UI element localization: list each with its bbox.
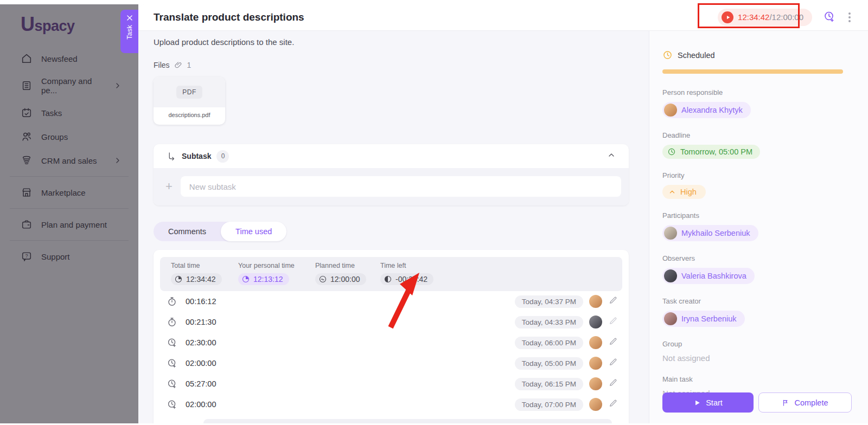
app-screen: Uspacy Newsfeed Company and pe... Tasks … (0, 0, 868, 425)
field-label: Group (662, 340, 852, 348)
entry-duration: 05:27:00 (186, 379, 216, 388)
avatar (589, 377, 602, 390)
task-modal: Task Translate product descriptions 12:3… (138, 4, 868, 423)
kebab-menu-icon[interactable] (846, 10, 853, 24)
field-label: Priority (662, 171, 852, 179)
field-person-responsible: Person responsible Alexandra Khytyk (662, 88, 852, 119)
group-value: Not assigned (662, 353, 852, 363)
time-entry-row: 02:00:00 Today, 05:00 PM (160, 353, 622, 374)
field-task-creator: Task creator Iryna Serbeniuk (662, 297, 852, 327)
time-left-value: -00:34:42 (380, 273, 433, 285)
clock-half-icon (384, 275, 392, 284)
planned-time-label: Planned time (315, 262, 380, 269)
edit-pencil-icon[interactable] (608, 295, 618, 307)
avatar (589, 336, 602, 349)
field-label: Main task (662, 375, 852, 383)
subtask-title: Subtask (182, 152, 211, 160)
field-label: Task creator (662, 297, 852, 305)
clock-pie-icon (241, 275, 250, 284)
add-subtask-icon[interactable]: + (165, 181, 173, 192)
stopwatch-icon (167, 296, 177, 307)
time-entry-row: 00:21:30 Today, 04:33 PM (160, 312, 622, 332)
subtask-icon (167, 151, 176, 161)
entry-duration: 00:16:12 (186, 297, 216, 306)
total-time-value: 12:34:42 (171, 273, 222, 285)
entry-duration: 02:30:00 (186, 338, 216, 347)
timer-pill[interactable]: 12:34:42/12:00:00 (718, 9, 812, 26)
time-entry-row: 02:30:00 Today, 06:00 PM (160, 332, 622, 353)
record-time-input[interactable] (203, 419, 612, 423)
personal-time-label: Your personal time (238, 262, 315, 269)
comments-timeused-tabs: Comments Time used (154, 222, 286, 241)
avatar (589, 315, 602, 329)
field-priority: Priority High (662, 171, 852, 199)
field-label: Person responsible (662, 88, 852, 96)
edit-pencil-icon[interactable] (608, 378, 618, 390)
field-label: Deadline (662, 131, 852, 139)
time-left-label: Time left (380, 262, 618, 269)
person-pill[interactable]: Alexandra Khytyk (662, 102, 751, 118)
entry-duration: 02:00:00 (186, 359, 216, 368)
entry-timestamp: Today, 06:00 PM (515, 337, 583, 349)
task-description: Upload product descriptions to the site. (154, 37, 649, 47)
avatar (589, 398, 602, 411)
edit-pencil-icon[interactable] (608, 357, 618, 369)
file-name: descriptions.pdf (154, 107, 225, 125)
person-pill[interactable]: Mykhailo Serbeniuk (662, 225, 758, 241)
status-badge: Scheduled (678, 51, 715, 60)
time-entry-row: 05:27:00 Today, 06:15 PM (160, 374, 622, 394)
field-observers: Observers Valeria Bashkirova (662, 254, 852, 285)
entry-duration: 00:21:30 (186, 318, 216, 326)
modal-header: Translate product descriptions 12:34:42/… (138, 4, 868, 31)
close-icon[interactable] (126, 14, 133, 22)
file-attachment-card[interactable]: PDF descriptions.pdf (154, 77, 225, 125)
files-label: Files (154, 61, 170, 69)
paperclip-icon (174, 61, 183, 69)
file-type-badge: PDF (176, 86, 202, 99)
entry-timestamp: Today, 05:00 PM (515, 357, 583, 370)
time-used-panel: Total time 12:34:42 Your personal time 1… (154, 250, 629, 423)
avatar (664, 269, 677, 282)
entry-duration: 02:00:00 (186, 400, 216, 409)
field-group: Group Not assigned (662, 340, 852, 363)
timer-planned: 12:00:00 (772, 12, 803, 22)
priority-pill[interactable]: High (662, 185, 706, 199)
person-pill[interactable]: Iryna Serbeniuk (662, 311, 745, 327)
clock-plus-icon (167, 358, 177, 369)
deadline-pill[interactable]: Tomorrow, 05:00 PM (662, 145, 760, 159)
chevron-up-icon (668, 188, 676, 196)
play-icon[interactable] (722, 11, 733, 23)
field-label: Participants (662, 211, 852, 220)
clock-plus-icon (167, 337, 177, 348)
task-tab[interactable]: Task (120, 10, 138, 53)
entry-timestamp: Today, 06:15 PM (515, 378, 583, 390)
edit-pencil-icon[interactable] (608, 398, 618, 410)
chevron-up-icon[interactable] (607, 151, 616, 162)
avatar (664, 312, 677, 325)
personal-time-value: 12:13:12 (238, 273, 289, 285)
task-details-panel: Scheduled Person responsible Alexandra K… (649, 31, 868, 423)
files-count: 1 (187, 61, 192, 69)
time-entry-row: 00:16:12 Today, 04:37 PM (160, 291, 622, 312)
edit-pencil-icon[interactable] (608, 316, 618, 328)
task-main-column: Upload product descriptions to the site.… (138, 31, 649, 423)
avatar (664, 104, 677, 117)
clock-icon (667, 147, 676, 156)
avatar (589, 357, 602, 370)
flag-icon (782, 399, 789, 407)
tab-time-used[interactable]: Time used (221, 222, 286, 241)
tab-comments[interactable]: Comments (154, 222, 221, 241)
clock-plus-icon[interactable] (823, 10, 835, 25)
clock-icon (662, 50, 673, 60)
field-deadline: Deadline Tomorrow, 05:00 PM (662, 131, 852, 159)
time-summary-bar: Total time 12:34:42 Your personal time 1… (160, 257, 622, 291)
new-subtask-input[interactable] (181, 176, 621, 197)
complete-button[interactable]: Complete (758, 392, 852, 413)
avatar (589, 295, 602, 308)
edit-pencil-icon[interactable] (608, 337, 618, 349)
modal-backdrop[interactable] (0, 4, 138, 423)
person-pill[interactable]: Valeria Bashkirova (662, 268, 755, 284)
entry-timestamp: Today, 04:33 PM (515, 316, 583, 329)
start-button[interactable]: Start (662, 392, 754, 413)
subtask-section: Subtask 0 + (154, 144, 629, 205)
